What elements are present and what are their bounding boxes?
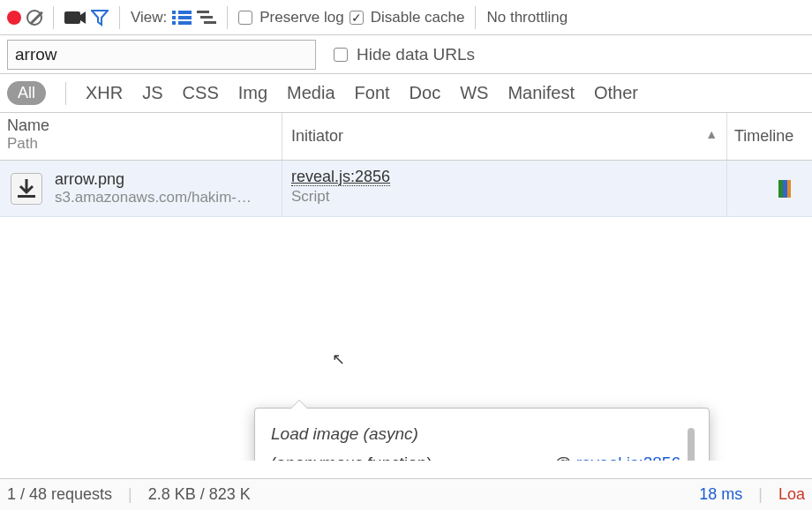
column-timeline-label: Timeline xyxy=(734,127,805,146)
status-bar: 1 / 48 requests | 2.8 KB / 823 K 18 ms |… xyxy=(0,478,812,510)
svg-rect-7 xyxy=(197,11,209,13)
disable-cache-label: Disable cache xyxy=(371,9,465,26)
type-filter-xhr[interactable]: XHR xyxy=(86,83,123,103)
filter-input[interactable] xyxy=(7,40,316,70)
svg-rect-4 xyxy=(178,11,192,14)
column-initiator-label: Initiator xyxy=(291,127,718,146)
separator: | xyxy=(128,485,132,504)
column-header-initiator[interactable]: Initiator ▲ xyxy=(282,113,727,160)
cell-timeline xyxy=(727,161,812,216)
ban-icon xyxy=(26,10,42,26)
checkbox-icon xyxy=(350,11,364,25)
status-transfer: 2.8 KB / 823 K xyxy=(148,485,251,504)
svg-rect-1 xyxy=(172,11,176,14)
separator xyxy=(227,6,228,29)
scrollbar-thumb[interactable] xyxy=(688,428,695,461)
separator xyxy=(475,6,476,29)
type-filter-img[interactable]: Img xyxy=(238,83,267,103)
status-load: Loa xyxy=(778,485,805,504)
screenshot-button[interactable] xyxy=(64,10,86,26)
type-filter-row: All XHR JS CSS Img Media Font Doc WS Man… xyxy=(0,74,812,113)
initiator-callstack-tooltip: Load image (async) (anonymous function) … xyxy=(254,408,710,461)
svg-rect-6 xyxy=(178,21,192,25)
checkbox-icon xyxy=(334,48,348,62)
request-filepath: s3.amazonaws.com/hakim-… xyxy=(55,189,252,206)
type-filter-media[interactable]: Media xyxy=(287,83,335,103)
svg-rect-9 xyxy=(204,21,216,24)
cell-name: arrow.png s3.amazonaws.com/hakim-… xyxy=(0,161,282,216)
throttling-label: No throttling xyxy=(486,9,568,26)
column-path-label: Path xyxy=(7,135,274,153)
view-label: View: xyxy=(131,9,167,26)
download-arrow-icon xyxy=(11,173,42,205)
grid-header: Name Path Initiator ▲ Timeline xyxy=(0,113,812,161)
svg-rect-3 xyxy=(172,21,176,25)
svg-rect-5 xyxy=(178,16,192,19)
filter-bar: Hide data URLs xyxy=(0,35,812,74)
preserve-log-checkbox[interactable]: Preserve log xyxy=(238,9,343,26)
checkbox-icon xyxy=(238,11,252,25)
initiator-type: Script xyxy=(291,188,718,206)
svg-rect-2 xyxy=(172,16,176,19)
requests-table: arrow.png s3.amazonaws.com/hakim-… revea… xyxy=(0,161,812,461)
separator xyxy=(53,6,54,29)
throttling-select[interactable]: No throttling xyxy=(486,9,568,26)
record-button[interactable] xyxy=(7,11,21,25)
preserve-log-label: Preserve log xyxy=(259,9,343,26)
status-time: 18 ms xyxy=(699,485,742,504)
view-waterfall-button[interactable] xyxy=(197,11,216,25)
initiator-link[interactable]: reveal.js:2856 xyxy=(291,168,390,186)
tooltip-header: Load image (async) xyxy=(271,424,695,444)
cursor-icon: ↖ xyxy=(332,349,345,369)
column-header-name[interactable]: Name Path xyxy=(0,113,282,160)
type-filter-ws[interactable]: WS xyxy=(460,83,488,103)
cell-initiator: reveal.js:2856 Script xyxy=(282,161,727,216)
type-filter-js[interactable]: JS xyxy=(142,83,162,103)
table-row[interactable]: arrow.png s3.amazonaws.com/hakim-… revea… xyxy=(0,161,812,217)
svg-rect-0 xyxy=(64,11,80,24)
type-filter-doc[interactable]: Doc xyxy=(410,83,441,103)
clear-button[interactable] xyxy=(26,10,42,26)
column-name-label: Name xyxy=(7,116,274,135)
stack-fn: (anonymous function) xyxy=(271,449,432,461)
svg-rect-8 xyxy=(200,16,213,19)
hide-data-urls-checkbox[interactable]: Hide data URLs xyxy=(334,45,475,64)
filter-toggle-button[interactable] xyxy=(91,9,109,26)
column-header-timeline[interactable]: Timeline xyxy=(727,113,812,160)
separator xyxy=(119,6,120,29)
type-filter-css[interactable]: CSS xyxy=(183,83,219,103)
type-filter-other[interactable]: Other xyxy=(594,83,638,103)
timeline-bar-icon xyxy=(778,180,791,198)
sort-asc-icon: ▲ xyxy=(705,127,718,141)
request-filename: arrow.png xyxy=(55,170,252,189)
type-filter-font[interactable]: Font xyxy=(355,83,390,103)
type-filter-manifest[interactable]: Manifest xyxy=(508,83,575,103)
stack-frame: (anonymous function) @ reveal.js:2856 xyxy=(271,449,695,461)
hide-data-urls-label: Hide data URLs xyxy=(357,45,475,64)
status-requests: 1 / 48 requests xyxy=(7,485,112,504)
record-icon xyxy=(7,11,21,25)
disable-cache-checkbox[interactable]: Disable cache xyxy=(350,9,465,26)
network-toolbar: View: Preserve log Disable cache No thro… xyxy=(0,0,812,35)
stack-link[interactable]: reveal.js:2856 xyxy=(576,454,680,461)
separator xyxy=(65,82,66,105)
type-filter-all[interactable]: All xyxy=(7,81,46,105)
view-large-rows-button[interactable] xyxy=(172,11,192,25)
separator: | xyxy=(758,485,763,504)
stack-loc: @ reveal.js:2856 xyxy=(554,449,680,461)
svg-rect-10 xyxy=(18,195,35,198)
